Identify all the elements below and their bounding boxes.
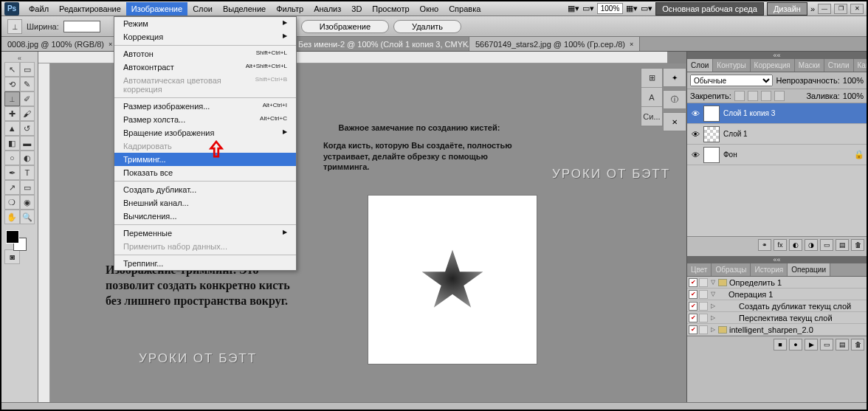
- action-dialog-toggle[interactable]: [699, 278, 708, 287]
- action-dialog-toggle[interactable]: [699, 302, 708, 311]
- panel-tab[interactable]: Цвет: [687, 263, 712, 276]
- fx-icon[interactable]: fx: [774, 239, 787, 251]
- menu-item--[interactable]: Треппинг...: [114, 257, 296, 270]
- hand-tool[interactable]: ✋: [4, 210, 20, 224]
- menu-просмотр[interactable]: Просмотр: [367, 2, 414, 15]
- disclosure-icon[interactable]: ▷: [711, 314, 718, 321]
- menu-файл[interactable]: Файл: [24, 2, 54, 15]
- action-row[interactable]: ✔▽Определить 1: [687, 277, 867, 289]
- menu-окно[interactable]: Окно: [415, 2, 444, 15]
- eyedropper-tool[interactable]: ✐: [20, 91, 35, 106]
- action-row[interactable]: ✔▽Операция 1: [687, 289, 867, 300]
- crop-tool[interactable]: ⟂: [4, 91, 20, 106]
- 3d-tool[interactable]: ❍: [4, 195, 20, 210]
- action-row[interactable]: ✔▷intelligent_sharpen_2.0: [687, 324, 867, 336]
- crop-tool-icon[interactable]: ⟂: [7, 19, 22, 34]
- panel-tab[interactable]: Каналы: [854, 59, 868, 72]
- collapsed-panel[interactable]: ✦: [663, 68, 686, 87]
- new-action-icon[interactable]: ▤: [836, 339, 849, 350]
- minimize-button[interactable]: —: [818, 4, 831, 14]
- visibility-icon[interactable]: 👁: [689, 149, 701, 161]
- lock-transparency-icon[interactable]: [734, 91, 745, 101]
- action-check[interactable]: ✔: [689, 278, 698, 287]
- delete-layer-icon[interactable]: 🗑: [851, 239, 864, 251]
- new-set-icon[interactable]: ▭: [820, 339, 833, 350]
- play-action-icon[interactable]: ▶: [805, 339, 818, 350]
- delete-button[interactable]: Удалить: [393, 20, 461, 33]
- blur-tool[interactable]: ○: [4, 151, 20, 165]
- menu-item--[interactable]: АвтотонShift+Ctrl+L: [114, 47, 296, 61]
- collapsed-panel[interactable]: ⓘ: [663, 90, 686, 109]
- zoom-tool[interactable]: 🔍: [20, 210, 35, 224]
- action-dialog-toggle[interactable]: [699, 325, 708, 334]
- lock-pixels-icon[interactable]: [748, 91, 758, 101]
- layer-row[interactable]: 👁Слой 1: [687, 124, 867, 145]
- menu-item--[interactable]: Вычисления...: [114, 210, 296, 223]
- menu-item--[interactable]: Переменные▶: [114, 227, 296, 240]
- dodge-tool[interactable]: ◐: [20, 151, 35, 165]
- panel-tab[interactable]: Операции: [788, 263, 830, 276]
- disclosure-icon[interactable]: ▽: [711, 279, 718, 286]
- move-tool[interactable]: ↖: [4, 62, 20, 77]
- opacity-value[interactable]: 100%: [843, 76, 864, 85]
- menu-item--[interactable]: Размер холста...Alt+Ctrl+C: [114, 113, 296, 126]
- lock-all-icon[interactable]: [774, 91, 785, 101]
- disclosure-icon[interactable]: ▷: [711, 303, 718, 309]
- camera-tool[interactable]: ◉: [20, 195, 35, 210]
- mask-icon[interactable]: ◐: [789, 239, 802, 251]
- image-button[interactable]: Изображение: [301, 20, 389, 33]
- workspace-primary-button[interactable]: Основная рабочая среда: [655, 2, 764, 15]
- menu-редактирование[interactable]: Редактирование: [54, 2, 126, 15]
- action-dialog-toggle[interactable]: [699, 290, 708, 299]
- menu-3d[interactable]: 3D: [346, 2, 367, 15]
- layer-row[interactable]: 👁★Слой 1 копия 3: [687, 103, 867, 124]
- screen-icon[interactable]: ▭▾: [641, 4, 652, 13]
- stamp-tool[interactable]: ▲: [4, 121, 20, 136]
- menu-item--[interactable]: Вращение изображения▶: [114, 126, 296, 139]
- extras-icon[interactable]: ▦▾: [568, 4, 579, 13]
- action-check[interactable]: ✔: [689, 314, 698, 322]
- action-row[interactable]: ✔▷Перспектива текущ слой: [687, 312, 867, 324]
- collapsed-panel[interactable]: ✕: [663, 112, 686, 131]
- type-tool[interactable]: T: [20, 165, 35, 180]
- width-input[interactable]: [63, 21, 100, 32]
- marquee-tool[interactable]: ▭: [20, 62, 35, 77]
- blend-mode-select[interactable]: Обычные: [690, 75, 773, 86]
- adjustment-icon[interactable]: ◑: [805, 239, 818, 251]
- tab-close-icon[interactable]: ×: [630, 41, 633, 48]
- pen-tool[interactable]: ✒: [4, 165, 20, 180]
- visibility-icon[interactable]: 👁: [689, 128, 701, 140]
- quick-select-tool[interactable]: ✎: [20, 77, 35, 91]
- eraser-tool[interactable]: ◧: [4, 136, 20, 151]
- new-layer-icon[interactable]: ▤: [836, 239, 849, 251]
- shape-tool[interactable]: ▭: [20, 180, 35, 195]
- document-tab[interactable]: 56670149_stars2.jpg @ 100% (Гр.сер./8)×: [469, 37, 640, 51]
- action-check[interactable]: ✔: [689, 325, 698, 334]
- workspace-secondary-button[interactable]: Дизайн: [767, 2, 807, 15]
- disclosure-icon[interactable]: ▷: [711, 326, 718, 333]
- maximize-button[interactable]: ❐: [834, 4, 847, 14]
- actions-collapse[interactable]: ««: [687, 256, 867, 263]
- menu-item--[interactable]: Режим▶: [114, 17, 296, 30]
- disclosure-icon[interactable]: ▽: [711, 291, 718, 297]
- menu-справка[interactable]: Справка: [444, 2, 486, 15]
- lock-position-icon[interactable]: [761, 91, 771, 101]
- quick-mask-toggle[interactable]: ◙: [4, 249, 20, 264]
- menu-item--[interactable]: Тримминг...: [114, 153, 296, 166]
- menu-изображение[interactable]: Изображение: [126, 2, 187, 15]
- document-tab[interactable]: Без имени-2 @ 100% (Слой 1 копия 3, CMYK…: [292, 37, 469, 51]
- panel-tab[interactable]: Образцы: [712, 263, 751, 276]
- panel-tab[interactable]: История: [751, 263, 788, 276]
- menu-item--[interactable]: АвтоконтрастAlt+Shift+Ctrl+L: [114, 61, 296, 74]
- brush-tool[interactable]: 🖌: [20, 106, 35, 121]
- menu-выделение[interactable]: Выделение: [218, 2, 271, 15]
- dock-collapse[interactable]: ««: [687, 52, 867, 59]
- path-select-tool[interactable]: ↗: [4, 180, 20, 195]
- lasso-tool[interactable]: ⟲: [4, 77, 20, 91]
- panel-tab[interactable]: Контуры: [713, 59, 750, 72]
- menu-item--[interactable]: Создать дубликат...: [114, 183, 296, 196]
- menu-слои[interactable]: Слои: [187, 2, 218, 15]
- menu-item--[interactable]: Коррекция▶: [114, 30, 296, 44]
- panel-tab[interactable]: Стили: [824, 59, 854, 72]
- layer-row[interactable]: 👁Фон🔒: [687, 145, 867, 165]
